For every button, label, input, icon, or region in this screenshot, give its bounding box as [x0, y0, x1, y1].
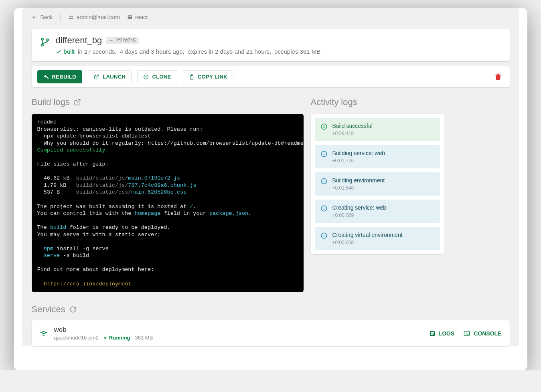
project-header: different_bg 2f22d745 built in 27 second…	[32, 29, 510, 61]
list-icon	[429, 330, 436, 337]
svg-rect-13	[497, 73, 499, 74]
build-log-terminal[interactable]: readme Browserslist: caniuse-lite is out…	[32, 114, 304, 292]
info-circle-icon	[320, 150, 328, 158]
activity-item[interactable]: Building service: web +0:01.776	[315, 145, 440, 168]
svg-rect-22	[431, 333, 434, 333]
service-name: web	[54, 326, 153, 334]
build-age: 4 days and 3 hours ago,	[120, 48, 184, 55]
svg-point-19	[43, 335, 44, 336]
wifi-icon	[40, 329, 48, 337]
plus-circle-icon	[143, 74, 149, 80]
commit-badge[interactable]: 2f22d745	[106, 37, 139, 44]
service-console-button[interactable]: CONSOLE	[463, 330, 501, 337]
activity-time: +0:01.548	[332, 185, 385, 191]
activity-logs-heading: Activity logs	[311, 97, 444, 107]
hammer-icon	[43, 74, 49, 80]
svg-rect-24	[464, 331, 470, 335]
activity-item[interactable]: Build successful +0:29.418	[315, 118, 440, 141]
services-heading: Services	[32, 304, 510, 315]
svg-rect-23	[431, 334, 433, 335]
activity-title: Creating virtual environment	[332, 232, 403, 238]
build-logs-heading: Build logs	[32, 97, 304, 107]
arrow-left-icon	[32, 14, 37, 20]
svg-rect-21	[431, 332, 434, 332]
check-icon	[56, 49, 61, 55]
launch-button[interactable]: LAUNCH	[88, 70, 132, 83]
activity-item[interactable]: Creating virtual environment +0:00.068	[315, 227, 440, 250]
service-state: Running	[103, 335, 130, 341]
copy-link-button[interactable]: COPY LINK	[183, 70, 233, 83]
svg-point-1	[71, 16, 73, 17]
activity-time: +0:00.068	[332, 240, 403, 245]
build-expires: expires in 2 days and 21 hours,	[188, 48, 271, 55]
service-size: 361 MB	[135, 335, 153, 341]
svg-point-7	[111, 40, 112, 41]
clipboard-icon	[189, 74, 195, 80]
build-status: built	[56, 48, 75, 55]
activity-list: Build successful +0:29.418 Building serv…	[311, 114, 444, 254]
svg-rect-12	[495, 75, 501, 75]
activity-time: +0:01.776	[332, 158, 385, 164]
action-bar: REBUILD LAUNCH CLONE COPY LINK	[32, 66, 510, 87]
terminal-icon	[463, 330, 470, 337]
back-button[interactable]: Back	[32, 14, 53, 20]
delete-button[interactable]	[492, 71, 504, 83]
svg-point-14	[321, 124, 327, 129]
activity-title: Build successful	[332, 123, 373, 129]
project-name: different_bg	[56, 35, 102, 46]
back-label: Back	[41, 14, 53, 20]
svg-point-6	[47, 39, 49, 41]
play-icon	[103, 336, 107, 340]
commit-icon	[109, 38, 113, 42]
trash-icon	[494, 73, 502, 81]
check-circle-icon	[320, 123, 328, 130]
container-icon	[127, 14, 133, 20]
activity-time: +0:00.069	[332, 212, 387, 218]
info-circle-icon	[320, 232, 328, 239]
svg-point-0	[69, 16, 71, 17]
rebuild-button[interactable]: REBUILD	[37, 70, 83, 83]
activity-item[interactable]: Creating service: web +0:00.069	[315, 200, 440, 223]
activity-title: Building service: web	[332, 150, 385, 156]
activity-item[interactable]: Building environment +0:01.548	[315, 172, 440, 196]
activity-title: Building environment	[332, 177, 385, 184]
build-time: in 27 seconds,	[78, 48, 117, 55]
build-size: occupies 361 MB	[274, 48, 320, 55]
commit-hash: 2f22d745	[115, 38, 136, 43]
external-icon	[94, 74, 99, 80]
top-nav: Back admin@mail.com react	[22, 8, 519, 25]
svg-rect-3	[128, 16, 131, 17]
info-circle-icon	[320, 178, 328, 185]
info-circle-icon	[320, 205, 328, 212]
branch-icon	[40, 36, 50, 48]
svg-point-4	[41, 38, 43, 40]
svg-rect-2	[128, 15, 132, 19]
service-image: qaack/node16-pm2	[54, 335, 99, 341]
svg-point-5	[41, 44, 43, 46]
people-icon	[68, 14, 74, 20]
open-external-icon[interactable]	[74, 99, 81, 106]
activity-time: +0:29.418	[332, 131, 373, 136]
project-type-crumb[interactable]: react	[127, 14, 148, 20]
user-crumb[interactable]: admin@mail.com	[68, 14, 120, 20]
clone-button[interactable]: CLONE	[137, 70, 177, 83]
user-label: admin@mail.com	[77, 14, 120, 20]
activity-title: Creating service: web	[332, 204, 387, 211]
divider	[60, 14, 61, 21]
service-row: web qaack/node16-pm2 Running 361 MB LOGS	[32, 320, 510, 346]
svg-rect-8	[46, 76, 49, 79]
service-logs-button[interactable]: LOGS	[429, 330, 455, 337]
refresh-icon[interactable]	[69, 306, 77, 313]
project-type-label: react	[135, 14, 148, 20]
